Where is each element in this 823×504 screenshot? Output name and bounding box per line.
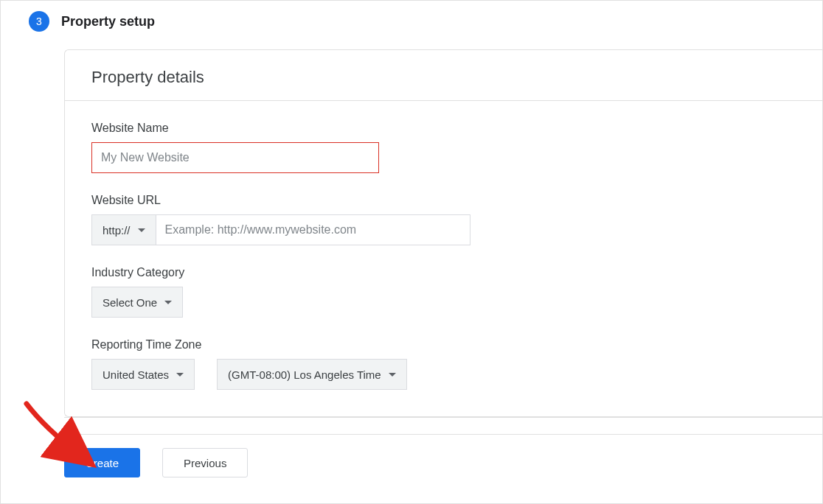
website-name-input[interactable] — [91, 142, 379, 173]
step-title: Property setup — [61, 14, 155, 29]
protocol-select[interactable]: http:// — [91, 214, 156, 245]
property-details-card: Property details Website Name Website UR… — [64, 49, 822, 417]
website-url-label: Website URL — [91, 194, 796, 207]
card-body: Website Name Website URL http:// Industr… — [65, 101, 822, 416]
timezone-country-value: United States — [103, 368, 169, 381]
industry-category-value: Select One — [103, 296, 157, 309]
step-number-badge: 3 — [29, 11, 49, 32]
create-button[interactable]: Create — [64, 448, 140, 477]
card-header: Property details — [65, 50, 822, 101]
website-url-group: Website URL http:// — [91, 194, 796, 245]
website-url-input[interactable] — [156, 214, 470, 245]
chevron-down-icon — [164, 301, 172, 304]
divider-strip — [64, 417, 822, 435]
timezone-zone-value: (GMT-08:00) Los Angeles Time — [228, 368, 381, 381]
previous-button[interactable]: Previous — [162, 448, 248, 477]
website-name-label: Website Name — [91, 122, 796, 135]
chevron-down-icon — [389, 373, 396, 377]
website-name-group: Website Name — [91, 122, 796, 173]
step-header: 3 Property setup — [1, 1, 822, 32]
industry-category-select[interactable]: Select One — [91, 287, 183, 318]
timezone-group: Reporting Time Zone United States (GMT-0… — [91, 338, 796, 390]
industry-category-group: Industry Category Select One — [91, 266, 796, 318]
timezone-country-select[interactable]: United States — [91, 359, 195, 390]
timezone-label: Reporting Time Zone — [91, 338, 796, 351]
industry-category-label: Industry Category — [91, 266, 796, 279]
chevron-down-icon — [138, 228, 145, 232]
protocol-select-value: http:// — [103, 224, 131, 237]
footer-actions: Create Previous — [1, 435, 822, 477]
timezone-zone-select[interactable]: (GMT-08:00) Los Angeles Time — [217, 359, 407, 390]
chevron-down-icon — [176, 373, 184, 377]
